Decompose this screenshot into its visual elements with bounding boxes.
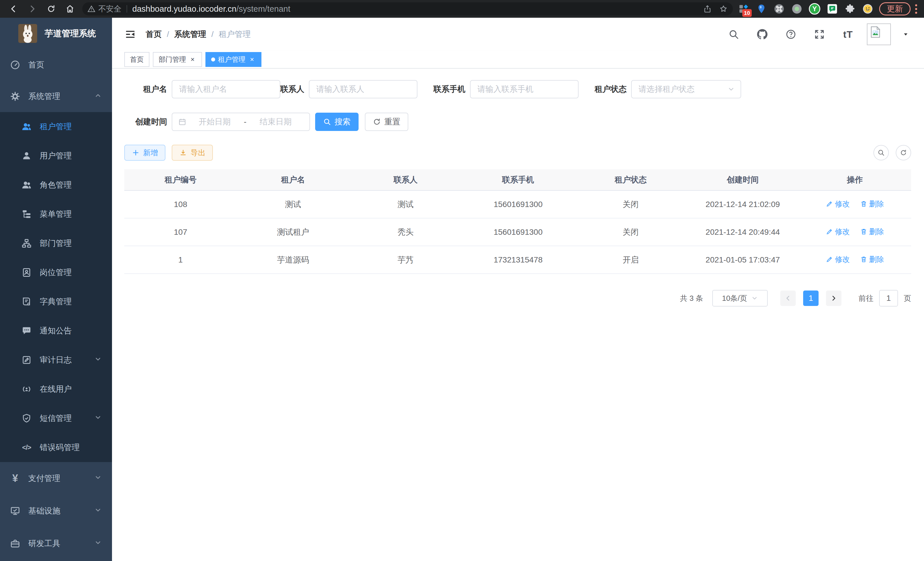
profile-avatar-icon[interactable]: [862, 3, 873, 15]
export-button[interactable]: 导出: [172, 145, 213, 161]
table-header-row: 租户编号 租户名 联系人 联系手机 租户状态 创建时间 操作: [124, 169, 911, 190]
close-icon[interactable]: ×: [189, 56, 196, 63]
contact-input[interactable]: [309, 80, 417, 98]
extension-chat-icon[interactable]: [826, 3, 838, 15]
add-button[interactable]: 新增: [124, 145, 165, 161]
sidebar-item-system[interactable]: 系统管理: [0, 81, 112, 112]
create-time-label: 创建时间: [124, 116, 172, 127]
chrome-update-button[interactable]: 更新: [879, 2, 910, 15]
sidebar-item-tenant[interactable]: 租户管理: [0, 112, 112, 141]
monitor-icon: [10, 506, 20, 516]
sidebar-item-role[interactable]: 角色管理: [0, 170, 112, 200]
security-label: 不安全: [98, 4, 122, 14]
extension-command-icon[interactable]: [773, 3, 785, 15]
browser-menu-icon[interactable]: [915, 4, 917, 14]
close-icon[interactable]: ×: [248, 56, 256, 63]
extensions-area: 10 Y: [738, 3, 873, 15]
sidebar-fold-icon[interactable]: [124, 29, 137, 40]
sidebar-item-devtool[interactable]: 研发工具: [0, 527, 112, 560]
goto-page-input[interactable]: [879, 290, 898, 307]
delete-button[interactable]: 删除: [860, 254, 884, 265]
page-number-1[interactable]: 1: [803, 290, 819, 306]
back-icon[interactable]: [8, 3, 19, 14]
tab-home[interactable]: 首页: [124, 52, 149, 67]
calendar-icon: [178, 117, 187, 126]
extension-dot-icon[interactable]: [791, 3, 802, 15]
table-refresh-icon[interactable]: [896, 145, 911, 160]
mobile-input[interactable]: [470, 80, 579, 98]
table-row: 107 测试租户 秃头 15601691300 关闭 2021-12-14 20…: [124, 218, 911, 246]
search-button[interactable]: 搜索: [315, 113, 358, 131]
col-mobile: 联系手机: [462, 169, 574, 190]
address-bar[interactable]: 不安全 dashboard.yudao.iocoder.cn/system/te…: [82, 2, 733, 15]
header-search-icon[interactable]: [724, 25, 743, 44]
sidebar-item-notice[interactable]: 通知公告: [0, 316, 112, 345]
app-title: 芋道管理系统: [45, 28, 96, 39]
sidebar-item-pay[interactable]: ¥ 支付管理: [0, 462, 112, 495]
breadcrumb-home[interactable]: 首页: [146, 29, 162, 40]
bookmark-star-icon[interactable]: [719, 5, 728, 13]
forward-icon[interactable]: [27, 3, 38, 14]
sidebar-item-infra[interactable]: 基础设施: [0, 495, 112, 527]
sidebar-item-audit-log[interactable]: 审计日志: [0, 345, 112, 375]
tab-dept[interactable]: 部门管理 ×: [153, 52, 202, 67]
tenant-name-input[interactable]: [172, 80, 280, 98]
sidebar-item-dept[interactable]: 部门管理: [0, 229, 112, 258]
chevron-down-icon: [94, 414, 102, 423]
edit-button[interactable]: 修改: [826, 199, 850, 209]
github-icon[interactable]: [753, 25, 772, 44]
status-select[interactable]: 请选择租户状态: [631, 80, 741, 98]
reset-button[interactable]: 重置: [365, 113, 408, 131]
table-row: 108 测试 测试 15601691300 关闭 2021-12-14 21:0…: [124, 190, 911, 218]
app-logo[interactable]: 芋道管理系统: [0, 18, 112, 49]
extension-kite-icon[interactable]: [756, 3, 767, 15]
sidebar-item-menu[interactable]: 菜单管理: [0, 200, 112, 229]
url-host: dashboard.yudao.iocoder.cn: [132, 4, 236, 14]
delete-button[interactable]: 删除: [860, 199, 884, 209]
tab-tenant[interactable]: 租户管理 ×: [206, 52, 261, 67]
avatar-caret-icon[interactable]: [900, 25, 911, 44]
edit-button[interactable]: 修改: [826, 254, 850, 265]
edit-button[interactable]: 修改: [826, 227, 850, 237]
search-icon: [323, 118, 331, 126]
sidebar-item-dict[interactable]: 字典管理: [0, 287, 112, 316]
share-icon[interactable]: [703, 5, 712, 13]
table-search-toggle-icon[interactable]: [873, 145, 889, 160]
col-status: 租户状态: [574, 169, 687, 190]
logo-rabbit-image: [18, 24, 37, 43]
home-icon[interactable]: [64, 3, 75, 14]
security-chip[interactable]: 不安全: [87, 4, 122, 14]
extensions-puzzle-icon[interactable]: [844, 3, 856, 15]
shield-icon: [21, 413, 32, 423]
fullscreen-icon[interactable]: [810, 25, 829, 44]
create-time-range-input[interactable]: 开始日期 - 结束日期: [172, 113, 310, 131]
sidebar-item-post[interactable]: 岗位管理: [0, 258, 112, 287]
sidebar-item-sms[interactable]: 短信管理: [0, 404, 112, 433]
font-size-icon[interactable]: tT: [838, 25, 858, 44]
sidebar-item-user[interactable]: 用户管理: [0, 141, 112, 170]
yen-icon: ¥: [10, 473, 20, 484]
extension-grid-icon[interactable]: 10: [738, 3, 749, 15]
end-date-placeholder: 结束日期: [248, 116, 304, 127]
breadcrumb-current: 租户管理: [219, 29, 251, 40]
sidebar-item-home[interactable]: 首页: [0, 49, 112, 81]
user-avatar[interactable]: [867, 23, 891, 45]
reload-icon[interactable]: [46, 3, 57, 14]
pagination-total: 共 3 条: [680, 293, 703, 303]
people-icon: [21, 180, 32, 190]
col-contact: 联系人: [350, 169, 462, 190]
page-size-select[interactable]: 10条/页: [712, 290, 768, 307]
sidebar-item-errcode[interactable]: </> 错误码管理: [0, 433, 112, 462]
help-icon[interactable]: [781, 25, 801, 44]
sidebar-item-online-user[interactable]: 在线用户: [0, 375, 112, 404]
org-icon: [21, 238, 32, 248]
prev-page-button[interactable]: [780, 290, 796, 306]
next-page-button[interactable]: [826, 290, 842, 306]
breadcrumb-system[interactable]: 系统管理: [174, 29, 206, 40]
system-submenu: 租户管理 用户管理 角色管理 菜单管理 部门管理 岗位管理: [0, 112, 112, 462]
message-icon: [21, 326, 32, 336]
navbar: 首页 / 系统管理 / 租户管理 tT: [112, 18, 924, 51]
delete-button[interactable]: 删除: [860, 227, 884, 237]
extension-badge: 10: [742, 9, 752, 17]
extension-y-icon[interactable]: Y: [809, 3, 820, 15]
